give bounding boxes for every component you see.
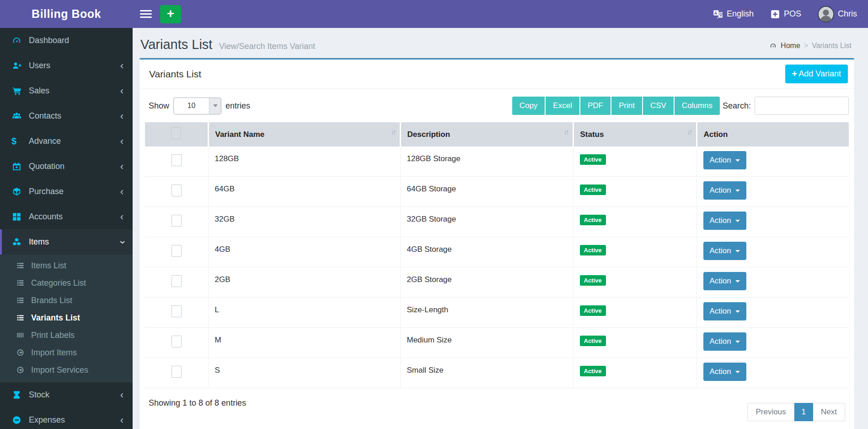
users-icon — [11, 112, 22, 120]
column-header-status[interactable]: Status↓↑ — [573, 122, 697, 147]
variants-table: Variant Name↓↑Description↓↑Status↓↑Actio… — [145, 122, 849, 388]
pos-button[interactable]: POS — [770, 9, 801, 19]
panel-header: Variants List +Add Variant — [139, 60, 854, 89]
select-all-header-cell — [145, 122, 208, 147]
cart-icon — [11, 87, 22, 95]
status-cell: Active — [573, 207, 697, 237]
status-cell: Active — [573, 358, 697, 388]
variant-name-cell: 4GB — [208, 237, 400, 267]
sidebar: DashboardUsers‹Sales‹Contacts‹$Advance‹Q… — [0, 28, 133, 429]
breadcrumb-separator: > — [804, 42, 808, 50]
previous-page-button[interactable]: Previous — [747, 403, 794, 421]
sidebar-subitem-import-services[interactable]: Import Services — [0, 361, 133, 379]
add-variant-button[interactable]: +Add Variant — [785, 65, 848, 83]
list-icon — [16, 279, 25, 287]
sidebar-item-label: Accounts — [29, 212, 63, 222]
row-checkbox-cell — [145, 298, 208, 328]
row-checkbox[interactable] — [171, 154, 182, 166]
page-subtitle: View/Search Items Variant — [219, 42, 315, 51]
language-menu[interactable]: English — [713, 9, 754, 19]
description-cell: Small Size — [400, 358, 573, 388]
quick-add-button[interactable]: + — [160, 5, 181, 23]
page-1-button[interactable]: 1 — [794, 403, 813, 421]
grid-icon — [11, 212, 22, 221]
sidebar-item-users[interactable]: Users‹ — [0, 53, 133, 78]
action-cell: Action — [697, 328, 849, 358]
action-dropdown-button[interactable]: Action — [703, 272, 746, 290]
action-dropdown-button[interactable]: Action — [703, 302, 746, 320]
sidebar-item-contacts[interactable]: Contacts‹ — [0, 103, 133, 129]
table-row: 2GB2GB StorageActiveAction — [145, 267, 849, 298]
table-row: 128GB128GB StorageActiveAction — [145, 147, 849, 177]
sidebar-item-dashboard[interactable]: Dashboard — [0, 28, 133, 53]
status-badge: Active — [580, 275, 606, 286]
column-header-variant-name[interactable]: Variant Name↓↑ — [208, 122, 400, 147]
entries-label: entries — [225, 101, 250, 111]
caret-down-icon — [735, 280, 740, 282]
action-cell: Action — [697, 358, 849, 388]
action-dropdown-button[interactable]: Action — [703, 181, 746, 200]
search-label: Search: — [723, 101, 751, 111]
select-all-checkbox[interactable] — [171, 127, 181, 139]
table-row: LSize-LengthActiveAction — [145, 298, 849, 328]
export-csv-button[interactable]: CSV — [642, 97, 674, 115]
app-logo[interactable]: Billing Book — [0, 0, 133, 28]
pagination: Previous 1 Next — [747, 403, 845, 421]
sidebar-item-stock[interactable]: Stock‹ — [0, 382, 133, 407]
sidebar-subitem-categories-list[interactable]: Categories List — [0, 274, 133, 292]
sidebar-subitem-items-list[interactable]: Items List — [0, 257, 133, 274]
caret-down-icon — [735, 371, 740, 373]
sidebar-subitem-import-items[interactable]: Import Items — [0, 344, 133, 361]
row-checkbox[interactable] — [171, 215, 182, 227]
action-cell: Action — [697, 237, 849, 267]
export-columns-button[interactable]: Columns — [674, 97, 720, 115]
sidebar-item-expenses[interactable]: Expenses‹ — [0, 407, 133, 429]
status-badge: Active — [580, 215, 606, 225]
variant-name-cell: 2GB — [208, 267, 400, 298]
row-checkbox[interactable] — [171, 366, 182, 378]
export-print-button[interactable]: Print — [611, 97, 642, 115]
row-checkbox[interactable] — [171, 185, 182, 196]
action-dropdown-button[interactable]: Action — [703, 242, 746, 260]
row-checkbox-cell — [145, 147, 208, 177]
row-checkbox[interactable] — [171, 245, 182, 257]
hamburger-menu-icon[interactable] — [140, 10, 152, 18]
next-page-button[interactable]: Next — [813, 403, 845, 421]
status-cell: Active — [573, 237, 697, 267]
row-checkbox[interactable] — [171, 305, 182, 317]
page-size-select[interactable]: 10 — [173, 98, 221, 114]
sidebar-item-purchase[interactable]: Purchase‹ — [0, 179, 133, 204]
sidebar-subitem-label: Categories List — [31, 278, 86, 288]
plus-square-icon — [770, 10, 780, 19]
sort-icon: ↓↑ — [687, 128, 691, 136]
sidebar-subitem-variants-list[interactable]: Variants List — [0, 309, 133, 326]
sidebar-subitem-brands-list[interactable]: Brands List — [0, 292, 133, 309]
action-dropdown-button[interactable]: Action — [703, 332, 746, 351]
row-checkbox-cell — [145, 358, 208, 388]
export-pdf-button[interactable]: PDF — [579, 97, 611, 115]
column-header-description[interactable]: Description↓↑ — [400, 122, 573, 147]
user-menu[interactable]: Chris — [818, 6, 857, 22]
row-checkbox[interactable] — [171, 275, 182, 287]
description-cell: 128GB Storage — [400, 147, 573, 177]
breadcrumb-home-link[interactable]: Home — [781, 42, 800, 50]
chevron-left-icon: ‹ — [120, 212, 123, 222]
sidebar-item-accounts[interactable]: Accounts‹ — [0, 204, 133, 229]
row-checkbox[interactable] — [171, 336, 182, 348]
action-dropdown-button[interactable]: Action — [703, 151, 746, 169]
action-dropdown-button[interactable]: Action — [703, 363, 746, 381]
export-copy-button[interactable]: Copy — [512, 97, 545, 115]
export-excel-button[interactable]: Excel — [545, 97, 579, 115]
caret-down-icon — [735, 250, 740, 252]
row-checkbox-cell — [145, 267, 208, 298]
chevron-left-icon: ‹ — [120, 390, 123, 400]
status-cell: Active — [573, 328, 697, 358]
app-window: Billing Book + English POS Chris Da — [0, 0, 868, 429]
action-dropdown-button[interactable]: Action — [703, 212, 746, 230]
search-input[interactable] — [755, 97, 849, 115]
sidebar-item-advance[interactable]: $Advance‹ — [0, 129, 133, 154]
sidebar-item-quotation[interactable]: Quotation‹ — [0, 154, 133, 179]
sidebar-item-items[interactable]: Items‹ — [0, 229, 133, 255]
sidebar-item-sales[interactable]: Sales‹ — [0, 78, 133, 103]
sidebar-subitem-print-labels[interactable]: Print Labels — [0, 326, 133, 344]
